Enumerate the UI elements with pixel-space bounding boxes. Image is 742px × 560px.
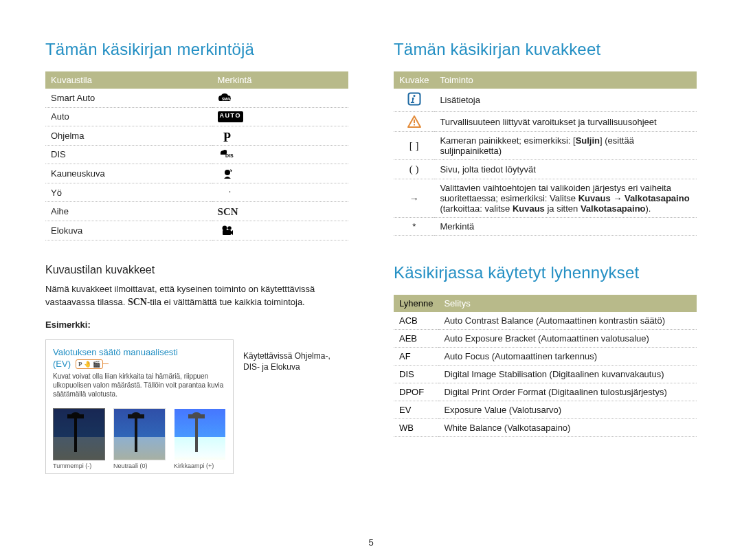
table-row: Kauneuskuva [45, 164, 348, 183]
svg-text:SMART: SMART [222, 97, 234, 101]
svg-text:DIS: DIS [225, 153, 234, 158]
abbr-desc: White Balance (Valkotasapaino) [438, 419, 697, 437]
mode-label: Aihe [45, 202, 212, 221]
abbr-desc: Auto Exposure Bracket (Automaattinen val… [438, 330, 697, 348]
svg-rect-18 [414, 124, 415, 126]
example-title: Valotuksen säätö manuaalisesti [53, 347, 226, 357]
square-brackets-icon: [ ] [409, 140, 419, 151]
svg-rect-6 [74, 414, 77, 452]
example-image-label: Neutraali (0) [113, 462, 166, 469]
svg-point-11 [132, 412, 140, 416]
abbr: DPOF [394, 383, 438, 401]
modes-head-1: Merkintä [212, 71, 348, 89]
auto-icon: AUTO [218, 111, 243, 122]
icon-desc: Merkintä [434, 218, 697, 236]
table-row: DISDigital Image Stabilisation (Digitaal… [394, 366, 697, 383]
icon-desc: Valittavien vaihtoehtojen tai valikoiden… [434, 179, 697, 218]
right-heading-2: Käsikirjassa käytetyt lyhennykset [394, 263, 697, 282]
arrow-icon: → [409, 193, 419, 204]
scn-icon: SCN [218, 206, 238, 217]
abbrev-head-1: Selitys [438, 295, 697, 312]
table-row: [ ] Kameran painikkeet; esimerkiksi: [Su… [394, 132, 697, 160]
abbrev-table: Lyhenne Selitys ACBAuto Contrast Balance… [394, 295, 697, 437]
abbr-desc: Auto Focus (Automaattinen tarkennus) [438, 348, 697, 366]
left-heading: Tämän käsikirjan merkintöjä [45, 40, 348, 59]
modes-table: Kuvaustila Merkintä Smart Auto SMART Aut… [45, 71, 348, 240]
table-row: EVExposure Value (Valotusarvo) [394, 401, 697, 419]
abbr: EV [394, 401, 438, 419]
icons-head-1: Toiminto [434, 71, 697, 89]
icon-desc: Lisätietoja [434, 89, 697, 112]
example-image-bright [174, 408, 226, 460]
example-ev: (EV) [53, 359, 71, 369]
dis-icon: DIS [218, 149, 237, 160]
icons-table: Kuvake Toiminto Lisätietoja Turvallisuut… [394, 71, 697, 236]
table-row: → Valittavien vaihtoehtojen tai valikoid… [394, 179, 697, 218]
abbr: DIS [394, 366, 438, 383]
abbr-desc: Auto Contrast Balance (Automaattinen kon… [438, 312, 697, 330]
table-row: ( ) Sivu, jolta tiedot löytyvät [394, 160, 697, 179]
example-images: Tummempi (-) Neutraali (0) Kirkkaampi (+… [53, 408, 226, 469]
svg-point-14 [192, 412, 201, 416]
table-row: AFAuto Focus (Automaattinen tarkennus) [394, 348, 697, 366]
example-caption: Kuvat voivat olla liian kirkkaita tai hä… [53, 372, 226, 399]
icon-desc: Turvallisuuteen liittyvät varoitukset ja… [434, 112, 697, 132]
example-image-label: Tummempi (-) [53, 462, 105, 469]
table-row: Ohjelma P [45, 126, 348, 146]
abbr: ACB [394, 312, 438, 330]
example-image-dark [53, 408, 105, 460]
mode-label: Ohjelma [45, 126, 212, 146]
icons-head-0: Kuvake [394, 71, 434, 89]
beauty-icon [218, 168, 237, 179]
example-side-label: Käytettävissä Ohjelma-, DIS- ja Elokuva [243, 335, 348, 372]
svg-rect-9 [135, 414, 137, 452]
svg-point-4 [227, 226, 232, 230]
example-image-neutral [113, 408, 166, 460]
example-image-label: Kirkkaampi (+) [174, 462, 226, 469]
abbrev-head-0: Lyhenne [394, 295, 438, 312]
mode-label: Elokuva [45, 221, 212, 240]
pointer-line [103, 363, 109, 364]
table-row: DPOFDigital Print Order Format (Digitaal… [394, 383, 697, 401]
mode-label: Kauneuskuva [45, 164, 212, 183]
mode-label: DIS [45, 145, 212, 164]
abbr-desc: Exposure Value (Valotusarvo) [438, 401, 697, 419]
p-icon: P [218, 131, 237, 142]
abbr: WB [394, 419, 438, 437]
abbr-desc: Digital Image Stabilisation (Digitaaline… [438, 366, 697, 383]
svg-rect-5 [223, 230, 231, 235]
icon-desc: Kameran painikkeet; esimerkiksi: [Suljin… [434, 132, 697, 160]
night-icon [218, 187, 237, 198]
mode-label: Yö [45, 183, 212, 202]
warning-icon [407, 115, 421, 128]
parentheses-icon: ( ) [409, 164, 419, 175]
table-row: Lisätietoja [394, 89, 697, 112]
table-row: Yö [45, 183, 348, 202]
smart-icon: SMART [218, 93, 238, 104]
right-heading-1: Tämän käsikirjan kuvakkeet [394, 40, 697, 59]
abbr: AEB [394, 330, 438, 348]
abbr: AF [394, 348, 438, 366]
svg-point-2 [225, 170, 230, 175]
right-column: Tämän käsikirjan kuvakkeet Kuvake Toimin… [394, 40, 697, 474]
table-row: Turvallisuuteen liittyvät varoitukset ja… [394, 112, 697, 132]
mode-label: Smart Auto [45, 89, 212, 107]
table-row: * Merkintä [394, 218, 697, 236]
modes-head-0: Kuvaustila [45, 71, 212, 89]
table-row: Smart Auto SMART [45, 89, 348, 107]
example-label: Esimerkki: [45, 320, 348, 330]
asterisk-icon: * [412, 221, 416, 232]
table-row: Auto AUTO [45, 107, 348, 126]
svg-point-16 [413, 95, 415, 97]
table-row: DIS DIS [45, 145, 348, 164]
table-row: ACBAuto Contrast Balance (Automaattinen … [394, 312, 697, 330]
mode-availability-icons: P 🤚 🎬 [76, 359, 103, 369]
table-row: WBWhite Balance (Valkotasapaino) [394, 419, 697, 437]
icon-desc: Sivu, jolta tiedot löytyvät [434, 160, 697, 179]
page-number: 5 [0, 537, 742, 548]
mode-label: Auto [45, 107, 212, 126]
example-box: Valotuksen säätö manuaalisesti (EV) P 🤚 … [45, 339, 234, 474]
info-icon [407, 98, 421, 108]
mode-icons-text: Nämä kuvakkeet ilmoittavat, että kyseine… [45, 283, 348, 309]
movie-icon [218, 225, 237, 236]
